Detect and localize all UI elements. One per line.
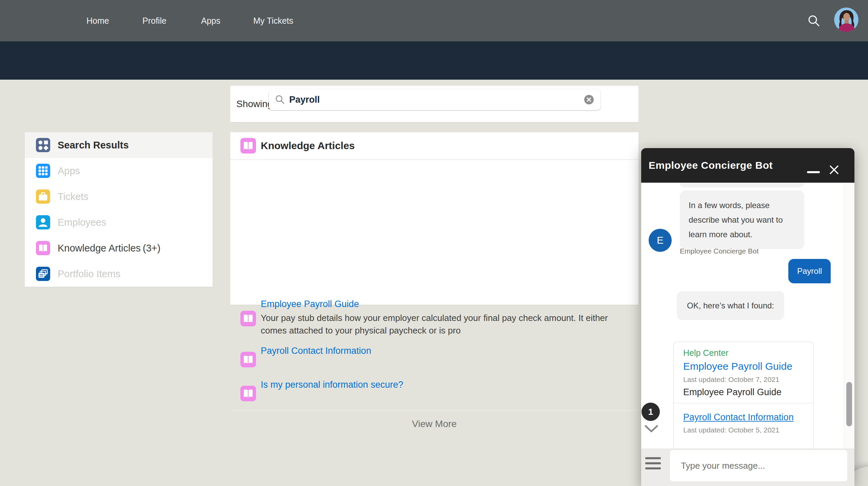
view-more-button[interactable]: View More	[230, 411, 638, 437]
nav-item-home[interactable]: Home	[86, 0, 109, 41]
knowledge-articles-icon	[240, 386, 256, 401]
apps-icon	[36, 164, 50, 178]
user-message-bubble: Payroll	[788, 259, 831, 283]
close-icon[interactable]	[827, 163, 841, 177]
nav-item-label: Apps	[201, 16, 220, 26]
chat-card-item: Help Center Employee Payroll Guide Last …	[674, 342, 813, 403]
sidebar-item-tickets[interactable]: Tickets	[25, 184, 213, 209]
sidebar-item-portfolio-items[interactable]: Portfolio Items	[25, 261, 213, 287]
sidebar-item-label: Portfolio Items	[58, 268, 120, 280]
user-avatar[interactable]	[834, 7, 859, 32]
article-link[interactable]: Employee Payroll Guide	[261, 299, 359, 309]
nav-item-label: My Tickets	[253, 16, 293, 26]
employees-icon	[36, 215, 50, 229]
search-input[interactable]	[289, 89, 571, 110]
card-updated-label: Last updated: October 5, 2021	[683, 426, 805, 434]
sidebar-item-label: Search Results	[58, 140, 129, 151]
nav-item-profile[interactable]: Profile	[142, 0, 166, 41]
sidebar-item-employees[interactable]: Employees	[25, 209, 213, 235]
minimize-icon[interactable]	[807, 171, 820, 173]
tickets-icon	[36, 189, 50, 204]
chat-window: Employee Concierge Bot In a few words, p…	[641, 148, 854, 486]
sidebar-item-search-results[interactable]: Search Results	[25, 132, 213, 158]
chevron-down-icon[interactable]	[644, 424, 658, 433]
sidebar-item-label: Knowledge Articles	[58, 243, 141, 254]
divider	[230, 159, 638, 160]
sidebar-item-count: (3+)	[143, 243, 160, 254]
chat-message-input[interactable]	[670, 450, 847, 481]
article-snippet: Your pay stub details how your employer …	[261, 312, 610, 337]
chat-card-item: Payroll Contact Information Last updated…	[674, 403, 813, 443]
employee-help-portal: Home Profile Apps My Tickets	[0, 0, 868, 486]
chat-result-card: Help Center Employee Payroll Guide Last …	[673, 342, 814, 448]
sidebar-item-label: Apps	[58, 165, 80, 177]
bot-avatar: E	[649, 229, 672, 252]
chat-title: Employee Concierge Bot	[649, 148, 773, 183]
nav-item-my-tickets[interactable]: My Tickets	[253, 0, 293, 41]
article-link[interactable]: Is my personal information secure?	[261, 380, 403, 390]
knowledge-panel-title: Knowledge Articles	[261, 132, 355, 159]
chat-message-area: In a few words, please describe what you…	[641, 183, 854, 448]
search-results-sidebar: Search Results Apps Tickets Employees	[25, 132, 213, 287]
card-article-description: Employee Payroll Guide	[683, 387, 805, 398]
hamburger-menu-icon[interactable]	[645, 457, 661, 472]
search-icon[interactable]	[806, 13, 821, 28]
chat-footer	[641, 448, 854, 486]
chat-scrollbar-thumb[interactable]	[846, 382, 852, 426]
nav-item-label: Home	[86, 16, 109, 26]
card-updated-label: Last updated: October 7, 2021	[683, 376, 805, 384]
bot-message-bubble: In a few words, please describe what you…	[680, 190, 804, 249]
nav-item-apps[interactable]: Apps	[201, 0, 220, 41]
chat-bubble-partial	[680, 183, 804, 187]
bot-message-bubble: OK, here’s what I found:	[677, 291, 784, 320]
top-nav-bar: Home Profile Apps My Tickets	[0, 0, 868, 41]
search-strip	[0, 41, 868, 80]
bot-sender-label: Employee Concierge Bot	[680, 247, 758, 255]
unread-count-badge: 1	[642, 403, 660, 421]
card-source-label: Help Center	[683, 348, 805, 358]
nav-item-label: Profile	[142, 16, 166, 26]
knowledge-articles-icon	[36, 241, 50, 255]
sidebar-item-label: Employees	[58, 217, 106, 228]
knowledge-articles-icon	[240, 311, 256, 326]
clear-search-icon[interactable]	[584, 95, 594, 105]
card-article-link[interactable]: Payroll Contact Information	[683, 412, 805, 423]
sidebar-item-apps[interactable]: Apps	[25, 158, 213, 184]
sidebar-item-label: Tickets	[58, 191, 88, 202]
search-results-icon	[36, 138, 50, 152]
sidebar-item-knowledge-articles[interactable]: Knowledge Articles (3+)	[25, 235, 213, 261]
knowledge-articles-icon	[240, 352, 256, 367]
knowledge-articles-icon	[240, 138, 256, 154]
search-icon	[275, 94, 285, 105]
chat-header: Employee Concierge Bot	[641, 148, 854, 183]
card-article-link[interactable]: Employee Payroll Guide	[683, 361, 805, 372]
global-search-box	[269, 89, 600, 110]
knowledge-articles-panel: Knowledge Articles Employee Payroll Guid…	[230, 132, 638, 305]
article-link[interactable]: Payroll Contact Information	[261, 346, 371, 356]
knowledge-panel-header: Knowledge Articles	[230, 132, 638, 159]
portfolio-items-icon	[36, 267, 50, 281]
